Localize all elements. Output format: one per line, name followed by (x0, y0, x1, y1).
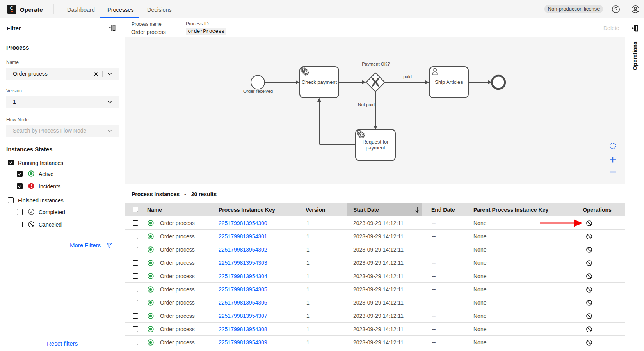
svg-text:Not paid: Not paid (358, 102, 375, 107)
svg-text:paid: paid (403, 74, 412, 79)
svg-text:Ship Articles: Ship Articles (435, 79, 463, 85)
svg-text:Order received: Order received (243, 89, 273, 94)
svg-text:Request for: Request for (362, 139, 389, 145)
svg-text:Check payment: Check payment (302, 79, 337, 85)
svg-text:payment: payment (366, 145, 385, 151)
svg-text:Payment OK?: Payment OK? (362, 62, 390, 66)
